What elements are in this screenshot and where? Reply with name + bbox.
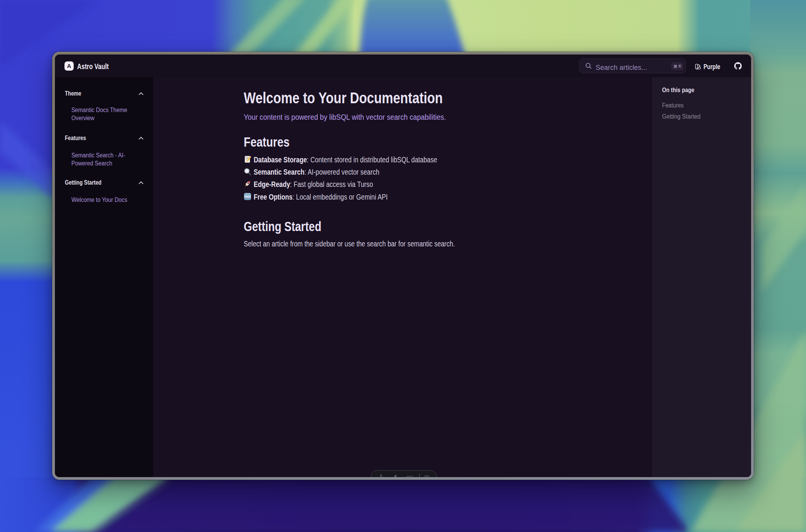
svg-text:FREE: FREE [244, 195, 251, 198]
